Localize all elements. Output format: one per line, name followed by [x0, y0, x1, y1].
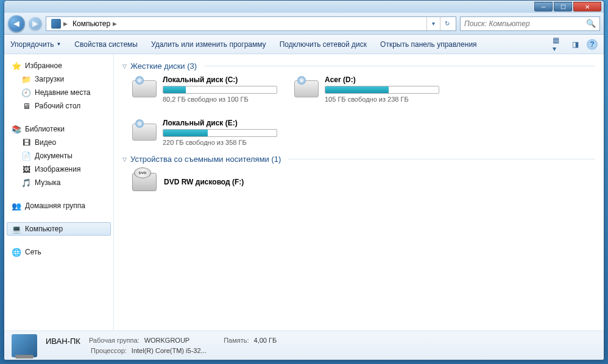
capacity-bar [325, 86, 439, 94]
sidebar-label: Музыка [35, 178, 60, 187]
sidebar-libraries[interactable]: 📚Библиотеки [7, 122, 111, 136]
removable-row: DVD RW дисковод (F:) [131, 169, 595, 195]
system-properties-button[interactable]: Свойства системы [74, 40, 138, 49]
main-area: ⭐Избранное 📁Загрузки 🕘Недавние места 🖥Ра… [4, 54, 604, 331]
view-options-button[interactable]: ▦ ▾ [553, 39, 564, 50]
drive-status: 80,2 ГБ свободно из 100 ГБ [163, 96, 277, 103]
sidebar-favorites[interactable]: ⭐Избранное [7, 59, 111, 72]
breadcrumb-label: Компьютер [72, 19, 110, 28]
group-title: Жесткие диски (3) [130, 61, 197, 71]
close-button[interactable]: ✕ [573, 2, 601, 12]
sidebar-downloads[interactable]: 📁Загрузки [7, 72, 111, 86]
minimize-button[interactable]: ─ [534, 2, 553, 12]
nav-back-button[interactable]: ◄ [8, 15, 25, 32]
address-bar[interactable]: ▶ Компьютер ▶ ▾ ↻ [46, 16, 456, 31]
collapse-icon: ▽ [122, 156, 127, 163]
drive-status: 105 ГБ свободно из 238 ГБ [325, 96, 439, 103]
sidebar-label: Библиотеки [25, 125, 65, 133]
toolbar: Упорядочить ▼ Свойства системы Удалить и… [4, 35, 604, 54]
sidebar-label: Недавние места [35, 88, 90, 97]
sidebar-label: Загрузки [35, 75, 64, 83]
drive-title: Acer (D:) [325, 75, 439, 84]
chevron-right-icon: ▶ [113, 21, 117, 27]
search-bar[interactable]: 🔍 [460, 16, 600, 31]
computer-icon [51, 19, 61, 29]
drive-f[interactable]: DVD RW дисковод (F:) [131, 169, 277, 195]
sidebar-label: Сеть [25, 248, 41, 256]
nav-forward-button[interactable]: ► [29, 17, 42, 30]
sidebar-network[interactable]: 🌐Сеть [7, 245, 111, 259]
memory-value: 4,00 ГБ [254, 337, 277, 346]
sidebar-computer[interactable]: 💻Компьютер [7, 222, 111, 236]
chevron-down-icon: ▼ [56, 41, 61, 47]
hdd-row: Локальный диск (C:) 80,2 ГБ свободно из … [131, 75, 595, 146]
search-input[interactable] [464, 19, 586, 28]
drive-status: 220 ГБ свободно из 358 ГБ [163, 139, 277, 146]
drive-d[interactable]: Acer (D:) 105 ГБ свободно из 238 ГБ [293, 75, 439, 103]
titlebar: ─ ☐ ✕ [4, 1, 604, 13]
music-icon: 🎵 [21, 178, 31, 187]
group-title: Устройства со съемными носителями (1) [130, 155, 281, 164]
hdd-icon [131, 75, 158, 102]
sidebar-label: Документы [35, 152, 72, 160]
homegroup-icon: 👥 [12, 201, 21, 211]
star-icon: ⭐ [12, 61, 21, 71]
computer-large-icon [12, 334, 37, 357]
group-removable[interactable]: ▽ Устройства со съемными носителями (1) [122, 155, 595, 164]
breadcrumb-root[interactable]: ▶ [49, 19, 70, 29]
uninstall-program-button[interactable]: Удалить или изменить программу [151, 40, 266, 49]
sidebar-homegroup[interactable]: 👥Домашняя группа [7, 199, 111, 212]
drive-e[interactable]: Локальный диск (E:) 220 ГБ свободно из 3… [131, 119, 277, 146]
search-icon: 🔍 [586, 19, 596, 28]
navbar: ◄ ► ▶ Компьютер ▶ ▾ ↻ 🔍 [4, 13, 604, 35]
help-button[interactable]: ? [587, 39, 598, 50]
sidebar-videos[interactable]: 🎞Видео [7, 136, 111, 149]
sidebar-music[interactable]: 🎵Музыка [7, 176, 111, 189]
desktop-icon: 🖥 [21, 101, 31, 111]
refresh-button[interactable]: ↻ [440, 17, 453, 30]
chevron-right-icon: ▶ [63, 21, 68, 27]
control-panel-button[interactable]: Открыть панель управления [380, 40, 477, 49]
sidebar-label: Избранное [25, 61, 62, 70]
sidebar-pictures[interactable]: 🖼Изображения [7, 163, 111, 176]
workgroup-value: WORKGROUP [144, 337, 190, 346]
cpu-label: Процессор: [91, 347, 127, 354]
map-network-drive-button[interactable]: Подключить сетевой диск [280, 40, 367, 49]
drive-c[interactable]: Локальный диск (C:) 80,2 ГБ свободно из … [131, 75, 277, 103]
hdd-icon [131, 119, 158, 145]
preview-pane-button[interactable]: ◨ [570, 39, 581, 50]
toolbar-right: ▦ ▾ ◨ ? [553, 39, 598, 50]
sidebar-recent[interactable]: 🕘Недавние места [7, 86, 111, 99]
sidebar-label: Рабочий стол [35, 102, 80, 110]
document-icon: 📄 [21, 151, 31, 161]
capacity-bar [163, 129, 277, 137]
toolbar-label: Упорядочить [10, 40, 54, 49]
explorer-window: ─ ☐ ✕ ◄ ► ▶ Компьютер ▶ ▾ ↻ 🔍 [4, 0, 604, 360]
folder-icon: 📁 [21, 74, 31, 84]
group-hdd[interactable]: ▽ Жесткие диски (3) [122, 61, 595, 71]
dvd-icon [131, 169, 158, 195]
statusbar: ИВАН-ПК Рабочая группа: WORKGROUP Память… [4, 331, 604, 360]
drive-title: DVD RW дисковод (F:) [164, 178, 244, 186]
sidebar-documents[interactable]: 📄Документы [7, 149, 111, 163]
sidebar-label: Компьютер [25, 225, 63, 233]
drive-title: Локальный диск (E:) [163, 119, 277, 127]
cpu-value: Intel(R) Core(TM) i5-32... [132, 347, 207, 354]
recent-icon: 🕘 [21, 88, 31, 97]
sidebar-label: Изображения [35, 165, 80, 173]
sidebar-label: Домашняя группа [25, 201, 85, 210]
memory-label: Память: [224, 337, 249, 346]
capacity-bar [163, 86, 277, 94]
organize-button[interactable]: Упорядочить ▼ [10, 40, 61, 49]
hdd-icon [293, 75, 320, 102]
breadcrumb-computer[interactable]: Компьютер ▶ [70, 19, 119, 28]
collapse-icon: ▽ [122, 63, 127, 69]
address-dropdown-button[interactable]: ▾ [426, 17, 440, 30]
libraries-icon: 📚 [12, 124, 21, 134]
sidebar-label: Видео [35, 138, 56, 147]
drive-title: Локальный диск (C:) [163, 75, 277, 84]
sidebar-desktop[interactable]: 🖥Рабочий стол [7, 99, 111, 113]
window-controls: ─ ☐ ✕ [534, 2, 601, 12]
network-icon: 🌐 [12, 247, 21, 257]
maximize-button[interactable]: ☐ [554, 2, 572, 12]
